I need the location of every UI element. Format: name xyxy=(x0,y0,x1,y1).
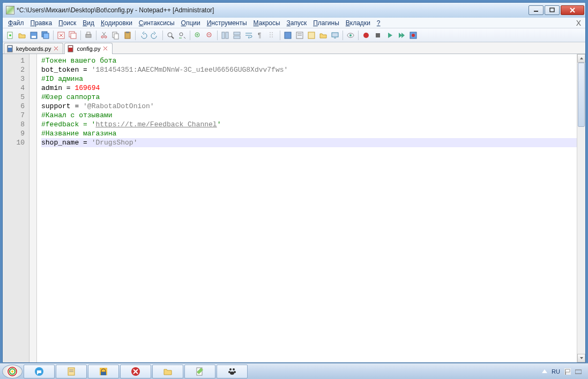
play-multi-icon[interactable] xyxy=(396,30,407,41)
code-line[interactable]: shop_name = 'DrugsShop' xyxy=(41,138,577,147)
code-line[interactable]: #Канал с отзывами xyxy=(41,111,577,120)
minimize-button[interactable] xyxy=(529,5,544,15)
undo-icon[interactable] xyxy=(138,30,148,41)
line-number[interactable]: 4 xyxy=(3,84,29,93)
menu-синтаксисы[interactable]: Синтаксисы xyxy=(136,19,178,27)
zoom-out-icon[interactable] xyxy=(204,30,215,41)
line-number[interactable]: 8 xyxy=(3,120,29,129)
tray-up-icon[interactable] xyxy=(542,369,547,373)
code-line[interactable]: #Юзер саппорта xyxy=(41,93,577,102)
menu-вид[interactable]: Вид xyxy=(79,19,98,27)
line-number-gutter[interactable]: 12345678910 xyxy=(3,54,29,362)
cut-icon[interactable] xyxy=(99,30,109,41)
separator xyxy=(343,31,343,40)
monitor-icon[interactable] xyxy=(330,30,340,41)
line-number[interactable]: 2 xyxy=(3,65,29,74)
indent-guide-icon[interactable] xyxy=(267,30,278,41)
code-line[interactable]: #feedback = 'https://t.me/Feedback_Chann… xyxy=(41,120,577,129)
close-button[interactable] xyxy=(561,5,584,15)
mdichild-close-icon[interactable]: X xyxy=(576,19,581,27)
line-number[interactable]: 1 xyxy=(3,56,29,65)
doc-map-icon[interactable] xyxy=(294,30,305,41)
start-button[interactable] xyxy=(2,365,23,378)
save-icon[interactable] xyxy=(28,30,39,41)
tab-keyboards-py[interactable]: keyboards.py xyxy=(4,43,63,54)
func-list-icon[interactable] xyxy=(306,30,317,41)
open-file-icon[interactable] xyxy=(17,30,27,41)
scroll-track[interactable] xyxy=(577,63,585,354)
tray-keyboard-icon[interactable] xyxy=(575,368,582,375)
taskbar-close-icon[interactable] xyxy=(120,365,151,378)
menu-макросы[interactable]: Макросы xyxy=(250,19,284,27)
paste-icon[interactable] xyxy=(122,30,133,41)
show-all-chars-icon[interactable]: ¶ xyxy=(255,30,266,41)
close-file-icon[interactable] xyxy=(56,30,66,41)
save-all-icon[interactable] xyxy=(40,30,51,41)
tab-config-py[interactable]: config.py xyxy=(64,43,113,54)
taskbar-messenger-icon[interactable] xyxy=(24,365,55,378)
titlebar[interactable]: *C:\Users\Михаил\Desktop\Bot\config.py -… xyxy=(3,3,585,18)
tab-close-icon[interactable] xyxy=(53,46,59,52)
menu-плагины[interactable]: Плагины xyxy=(310,19,343,27)
wordwrap-icon[interactable] xyxy=(243,30,254,41)
code-line[interactable]: admin = 169694 xyxy=(41,84,577,93)
menu-инструменты[interactable]: Инструменты xyxy=(204,19,250,27)
system-tray[interactable]: RU xyxy=(542,368,586,375)
sync-v-icon[interactable] xyxy=(220,30,230,41)
maximize-button[interactable] xyxy=(545,5,560,15)
line-number[interactable]: 10 xyxy=(3,138,29,147)
save-macro-icon[interactable] xyxy=(408,30,419,41)
play-macro-icon[interactable] xyxy=(384,30,395,41)
menu-опции[interactable]: Опции xyxy=(178,19,204,27)
code-editor[interactable]: #Токен вашего ботаbot_token = '181454351… xyxy=(37,54,577,362)
close-all-icon[interactable] xyxy=(68,30,78,41)
fold-margin[interactable] xyxy=(29,54,37,362)
replace-icon[interactable] xyxy=(177,30,188,41)
record-macro-icon[interactable] xyxy=(361,30,371,41)
code-line[interactable]: #Токен вашего бота xyxy=(41,56,577,65)
language-indicator[interactable]: RU xyxy=(552,368,560,375)
svg-rect-40 xyxy=(285,32,291,39)
code-line[interactable]: #Название магазина xyxy=(41,129,577,138)
taskbar-notes-icon[interactable] xyxy=(56,365,87,378)
show-hidden-icon[interactable] xyxy=(345,30,356,41)
stop-macro-icon[interactable] xyxy=(373,30,383,41)
code-line[interactable]: bot_token = '181454351:AAECMmDNnW-3C_u1e… xyxy=(41,65,577,74)
line-number[interactable]: 3 xyxy=(3,74,29,84)
scroll-thumb[interactable] xyxy=(578,63,585,127)
line-number[interactable]: 5 xyxy=(3,93,29,102)
svg-rect-54 xyxy=(8,46,12,48)
tray-flag-icon[interactable] xyxy=(564,368,571,375)
redo-icon[interactable] xyxy=(150,30,160,41)
folder-workspace-icon[interactable] xyxy=(318,30,329,41)
copy-icon[interactable] xyxy=(110,30,121,41)
vertical-scrollbar[interactable] xyxy=(577,54,585,362)
code-line[interactable]: #ID админа xyxy=(41,74,577,84)
lang-udl-icon[interactable] xyxy=(282,30,293,41)
find-icon[interactable] xyxy=(165,30,176,41)
tab-close-icon[interactable] xyxy=(102,46,109,52)
menu-запуск[interactable]: Запуск xyxy=(284,19,310,27)
line-number[interactable]: 6 xyxy=(3,102,29,111)
scroll-down-icon[interactable] xyxy=(577,354,585,362)
taskbar-security-icon[interactable] xyxy=(88,365,119,378)
print-icon[interactable] xyxy=(83,30,94,41)
menu-правка[interactable]: Правка xyxy=(27,19,56,27)
menu-?[interactable]: ? xyxy=(374,19,384,27)
menu-вкладки[interactable]: Вкладки xyxy=(343,19,374,27)
taskbar-explorer-icon[interactable] xyxy=(152,365,183,378)
taskbar[interactable]: RU xyxy=(0,363,588,379)
menu-поиск[interactable]: Поиск xyxy=(55,19,79,27)
zoom-in-icon[interactable] xyxy=(192,30,203,41)
scroll-up-icon[interactable] xyxy=(577,54,585,63)
sync-h-icon[interactable] xyxy=(232,30,242,41)
menu-кодировки[interactable]: Кодировки xyxy=(98,19,136,27)
menu-файл[interactable]: Файл xyxy=(5,19,27,27)
taskbar-notepadpp-icon[interactable] xyxy=(184,365,215,378)
separator xyxy=(190,31,190,40)
taskbar-paw-icon[interactable] xyxy=(217,365,248,378)
code-line[interactable]: support = '@RabotaDotOnion' xyxy=(41,102,577,111)
line-number[interactable]: 9 xyxy=(3,129,29,138)
new-file-icon[interactable] xyxy=(5,30,16,41)
line-number[interactable]: 7 xyxy=(3,111,29,120)
